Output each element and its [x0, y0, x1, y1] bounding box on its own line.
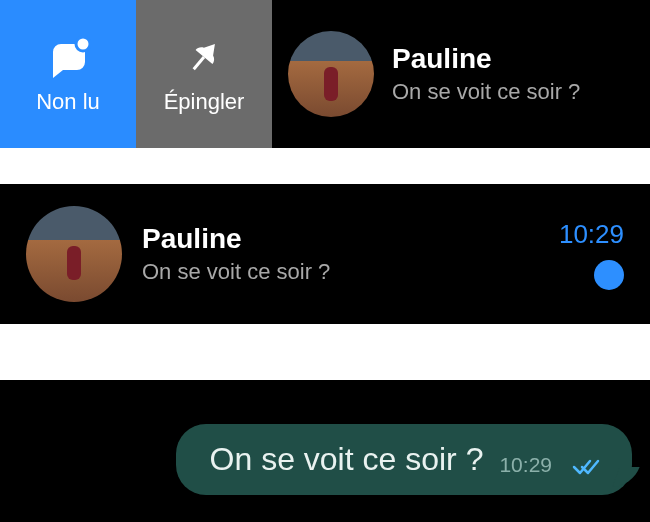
swipe-unread-button[interactable]: Non lu: [0, 0, 136, 148]
chat-name: Pauline: [142, 223, 539, 255]
chat-meta: 10:29: [559, 219, 624, 290]
swipe-pin-label: Épingler: [164, 89, 245, 115]
separator: [0, 324, 650, 380]
svg-point-0: [76, 37, 90, 51]
svg-rect-1: [193, 56, 206, 70]
swipe-pin-button[interactable]: Épingler: [136, 0, 272, 148]
chat-name: Pauline: [392, 43, 580, 75]
chat-time: 10:29: [559, 219, 624, 250]
message-text: On se voit ce soir ?: [210, 442, 484, 477]
message-time: 10:29: [499, 453, 552, 477]
swipe-actions-row: Non lu Épingler Pauline On se voit ce so…: [0, 0, 650, 148]
unread-icon: [44, 33, 92, 81]
chat-text-block: Pauline On se voit ce soir ?: [392, 43, 580, 105]
chat-text-block: Pauline On se voit ce soir ?: [142, 223, 539, 285]
unread-dot-icon: [594, 260, 624, 290]
pin-icon: [180, 33, 228, 81]
read-receipt-icon: [572, 457, 602, 477]
chat-list-item-unread[interactable]: Pauline On se voit ce soir ? 10:29: [0, 184, 650, 324]
separator: [0, 148, 650, 184]
chat-list-item[interactable]: Pauline On se voit ce soir ?: [272, 0, 650, 148]
chat-preview-message: On se voit ce soir ?: [142, 259, 539, 285]
avatar: [26, 206, 122, 302]
conversation-view: On se voit ce soir ? 10:29: [0, 380, 650, 522]
outgoing-message-bubble[interactable]: On se voit ce soir ? 10:29: [176, 424, 632, 495]
avatar: [288, 31, 374, 117]
chat-preview-message: On se voit ce soir ?: [392, 79, 580, 105]
swipe-unread-label: Non lu: [36, 89, 100, 115]
